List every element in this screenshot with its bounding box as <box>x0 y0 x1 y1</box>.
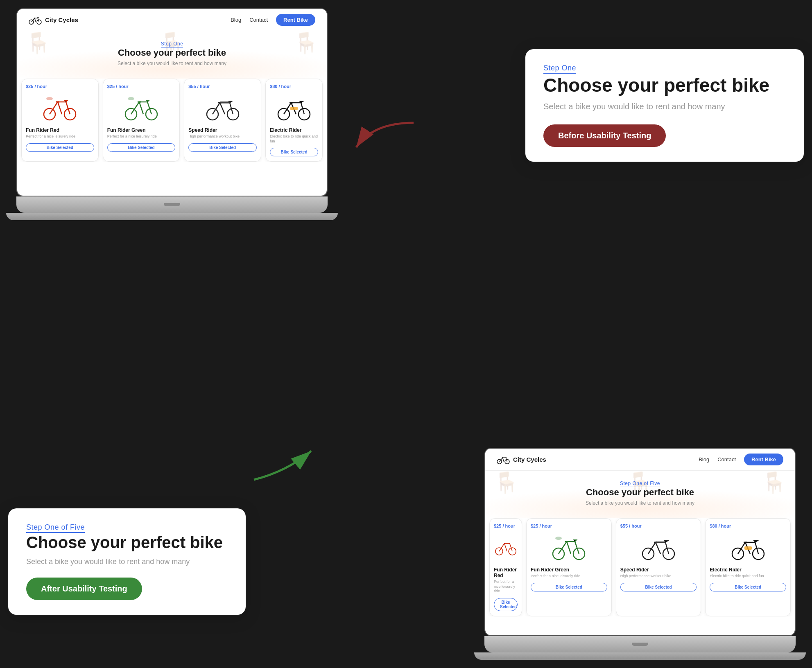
callout-btn-after[interactable]: After Usability Testing <box>26 578 142 600</box>
bike-img-speed-after <box>620 531 697 564</box>
select-electric-after[interactable]: Bike Selected <box>710 583 786 591</box>
svg-rect-13 <box>290 107 298 110</box>
red-bike-svg-after <box>494 537 518 557</box>
select-speed-before[interactable]: Bike Selected <box>188 143 257 152</box>
select-red-before[interactable]: Bike Selected <box>26 143 94 152</box>
bike-card-red-after: $25 / hour Fun Rider Red Perfect for a n… <box>489 518 522 616</box>
callout-subtitle-before: Select a bike you would like to rent and… <box>543 102 786 111</box>
svg-point-4 <box>46 97 53 100</box>
bike-desc-green-after: Perfect for a nice leisurely ride <box>531 574 607 579</box>
nav-blog-after[interactable]: Blog <box>699 456 709 463</box>
nav-cta-before[interactable]: Rent Bike <box>276 14 315 26</box>
bike-img-red-before <box>26 91 94 124</box>
nav-links-after: Blog Contact Rent Bike <box>699 454 783 465</box>
select-red-after[interactable]: Bike Selected <box>494 598 518 611</box>
logo-before: City Cycles <box>29 16 78 25</box>
bike-img-electric-before <box>270 91 318 124</box>
brand-name-before: City Cycles <box>45 16 78 23</box>
laptop-notch-before <box>164 203 180 206</box>
callout-step-label-before: Step One <box>543 64 786 72</box>
hero-subtitle-after: Select a bike you would like to rent and… <box>493 500 787 506</box>
bike-name-green-before: Fun Rider Green <box>107 127 176 133</box>
bike-card-green-after: $25 / hour Fun Rider Green <box>526 518 612 616</box>
logo-after: City Cycles <box>497 455 546 464</box>
svg-rect-24 <box>656 541 665 543</box>
screen-after: City Cycles Blog Contact Rent Bike 🪑 🪑 🪑 <box>484 448 796 636</box>
bike-desc-electric-before: Electric bike to ride quick and fun <box>270 134 318 144</box>
bike-name-speed-before: Speed Rider <box>188 127 257 133</box>
bike-img-green-after <box>531 531 607 564</box>
website-after: City Cycles Blog Contact Rent Bike 🪑 🪑 🪑 <box>485 449 795 635</box>
svg-rect-10 <box>220 101 230 104</box>
green-bike-svg <box>123 95 160 121</box>
bike-desc-speed-after: High performance workout bike <box>620 574 697 579</box>
laptop-body-after <box>484 636 796 652</box>
hero-title-after: Choose your perfect bike <box>493 487 787 498</box>
price-electric-before: $80 / hour <box>270 84 318 89</box>
electric-bike-svg-after <box>730 534 767 561</box>
nav-contact-after[interactable]: Contact <box>717 456 736 463</box>
hero-subtitle-before: Select a bike you would like to rent and… <box>25 61 319 66</box>
bike-img-electric-after <box>710 531 786 564</box>
laptop-base-before <box>6 213 338 220</box>
arrow-before <box>332 115 422 164</box>
electric-bike-svg <box>276 95 312 121</box>
callout-btn-before[interactable]: Before Usability Testing <box>543 124 666 147</box>
navbar-before: City Cycles Blog Contact Rent Bike <box>17 9 327 31</box>
bikes-grid-before: $25 / hour Fun Rider Red Pe <box>17 79 327 162</box>
bike-img-red-after <box>494 531 518 564</box>
step-label-before: Step One <box>25 41 319 47</box>
svg-point-1 <box>37 20 41 24</box>
select-green-before[interactable]: Bike Selected <box>107 143 176 152</box>
bike-desc-red-after: Perfect for a nice leisurely ride <box>494 580 518 594</box>
bike-card-green-before: $25 / hour Fun Rider Green <box>103 79 180 162</box>
bike-desc-speed-before: High performance workout bike <box>188 134 257 139</box>
svg-point-7 <box>128 97 134 100</box>
bike-card-speed-before: $55 / hour Speed Rider High <box>184 79 261 162</box>
hero-title-before: Choose your perfect bike <box>25 47 319 58</box>
navbar-after: City Cycles Blog Contact Rent Bike <box>485 449 795 471</box>
laptop-base-after <box>474 652 806 660</box>
svg-point-21 <box>555 537 562 540</box>
brand-name-after: City Cycles <box>513 456 546 463</box>
callout-title-before: Choose your perfect bike <box>543 74 786 96</box>
callout-after: Step One of Five Choose your perfect bik… <box>8 508 246 615</box>
price-red-before: $25 / hour <box>26 84 94 89</box>
price-green-after: $25 / hour <box>531 524 607 528</box>
bike-desc-green-before: Perfect for a nice leisurely ride <box>107 134 176 139</box>
callout-title-after: Choose your perfect bike <box>26 533 228 552</box>
bike-name-electric-before: Electric Rider <box>270 127 318 133</box>
select-green-after[interactable]: Bike Selected <box>531 583 607 591</box>
bike-name-speed-after: Speed Rider <box>620 567 697 573</box>
logo-icon-after <box>497 455 510 464</box>
bike-img-speed-before <box>188 91 257 124</box>
bikes-grid-after: $25 / hour Fun Rider Red Perfect for a n… <box>485 518 795 616</box>
bike-card-electric-after: $80 / hour Electric Rider E <box>705 518 791 616</box>
speed-bike-svg-after <box>640 534 677 561</box>
nav-cta-after[interactable]: Rent Bike <box>744 454 783 465</box>
red-bike-svg <box>41 95 78 121</box>
bike-card-electric-before: $80 / hour Electric Rider E <box>265 79 323 162</box>
bike-name-green-after: Fun Rider Green <box>531 567 607 573</box>
price-speed-before: $55 / hour <box>188 84 257 89</box>
speed-bike-svg <box>204 95 241 121</box>
price-speed-after: $55 / hour <box>620 524 697 528</box>
nav-links-before: Blog Contact Rent Bike <box>231 14 315 26</box>
callout-subtitle-after: Select a bike you would like to rent and… <box>26 557 228 566</box>
svg-rect-27 <box>744 546 752 550</box>
price-green-before: $25 / hour <box>107 84 176 89</box>
select-electric-before[interactable]: Bike Selected <box>270 148 318 156</box>
nav-contact-before[interactable]: Contact <box>249 17 268 23</box>
price-electric-after: $80 / hour <box>710 524 786 528</box>
logo-icon <box>29 16 42 25</box>
screen-before: City Cycles Blog Contact Rent Bike 🪑 🪑 🪑 <box>16 8 328 196</box>
green-bike-svg-after <box>550 534 587 561</box>
laptop-body-before <box>16 196 328 213</box>
nav-blog-before[interactable]: Blog <box>231 17 241 23</box>
hero-after: 🪑 🪑 🪑 Step One of Five Choose your perfe… <box>485 471 795 518</box>
select-speed-after[interactable]: Bike Selected <box>620 583 697 591</box>
bike-desc-electric-after: Electric bike to ride quick and fun <box>710 574 786 579</box>
arrow-after <box>246 439 328 488</box>
bike-name-red-before: Fun Rider Red <box>26 127 94 133</box>
bike-card-red-before: $25 / hour Fun Rider Red Pe <box>21 79 99 162</box>
